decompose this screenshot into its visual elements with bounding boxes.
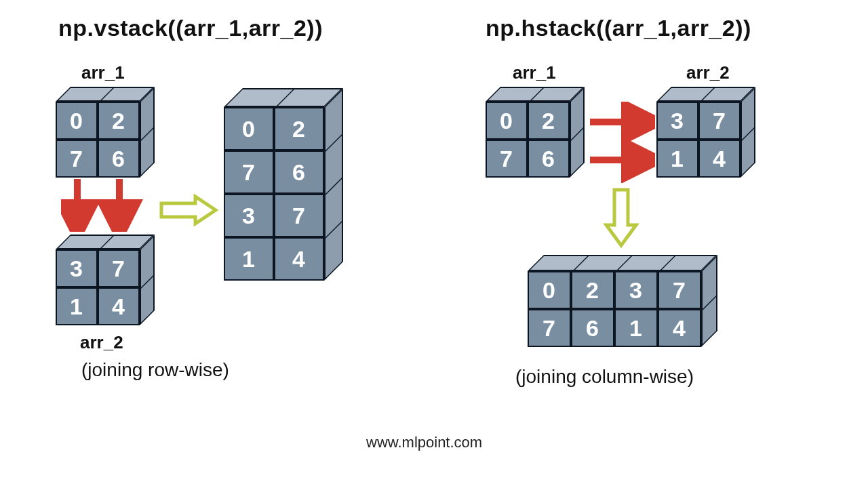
vstack-arr2-block: 3 7 1 4 bbox=[56, 235, 140, 310]
cube-top-face bbox=[528, 255, 717, 271]
yellow-arrow-down bbox=[601, 187, 642, 249]
cell: 3 bbox=[656, 102, 698, 140]
cell: 6 bbox=[98, 140, 140, 178]
cube-front-face: 0 2 7 6 3 7 1 4 bbox=[224, 107, 324, 281]
cube-front-face: 3 7 1 4 bbox=[656, 102, 741, 178]
cell: 4 bbox=[698, 140, 741, 178]
cell: 1 bbox=[224, 237, 274, 281]
cell: 6 bbox=[528, 140, 570, 178]
cube-side-face bbox=[741, 87, 755, 178]
cell: 3 bbox=[614, 271, 658, 309]
cell: 0 bbox=[528, 271, 571, 309]
cube-top-face bbox=[56, 235, 155, 249]
vstack-arr2-label: arr_2 bbox=[80, 332, 123, 353]
cell: 7 bbox=[98, 249, 140, 287]
cell: 1 bbox=[656, 140, 698, 178]
cell: 7 bbox=[56, 140, 98, 178]
cube-top-face bbox=[486, 87, 585, 102]
cell: 6 bbox=[571, 309, 614, 347]
cell: 3 bbox=[56, 249, 98, 287]
cube-side-face bbox=[701, 255, 717, 347]
cube-top-face bbox=[656, 87, 755, 102]
cell: 7 bbox=[658, 271, 701, 309]
cell: 7 bbox=[528, 309, 571, 347]
hstack-arr1-label: arr_1 bbox=[513, 62, 556, 83]
cell: 0 bbox=[224, 107, 274, 150]
hstack-result-block: 0 2 3 7 7 6 1 4 bbox=[528, 255, 701, 331]
cube-front-face: 3 7 1 4 bbox=[56, 249, 140, 325]
cube-side-face bbox=[140, 235, 155, 325]
cube-side-face bbox=[324, 88, 343, 281]
yellow-arrow-right bbox=[159, 194, 220, 226]
cell: 3 bbox=[224, 194, 274, 237]
cube-side-face bbox=[570, 87, 585, 178]
vstack-arr1-block: 0 2 7 6 bbox=[56, 87, 140, 163]
cell: 4 bbox=[658, 309, 701, 347]
cell: 0 bbox=[486, 102, 528, 140]
cube-front-face: 0 2 7 6 bbox=[56, 102, 140, 178]
vstack-arr1-label: arr_1 bbox=[81, 62, 125, 83]
cell: 7 bbox=[698, 102, 741, 140]
cell: 6 bbox=[274, 150, 324, 194]
red-arrows-down bbox=[61, 178, 156, 232]
cell: 2 bbox=[274, 107, 324, 150]
cell: 2 bbox=[528, 102, 570, 140]
cell: 7 bbox=[274, 194, 324, 237]
cube-front-face: 0 2 3 7 7 6 1 4 bbox=[528, 271, 701, 347]
cell: 2 bbox=[571, 271, 614, 309]
cell: 4 bbox=[98, 287, 140, 325]
cube-side-face bbox=[140, 87, 155, 178]
hstack-arr2-label: arr_2 bbox=[686, 62, 730, 83]
svg-marker-7 bbox=[606, 190, 636, 245]
vstack-result-block: 0 2 7 6 3 7 1 4 bbox=[224, 88, 324, 262]
footer-url: www.mlpoint.com bbox=[366, 434, 482, 451]
cell: 2 bbox=[98, 102, 140, 140]
cube-front-face: 0 2 7 6 bbox=[486, 102, 570, 178]
vstack-title: np.vstack((arr_1,arr_2)) bbox=[58, 15, 323, 41]
vstack-caption: (joining row-wise) bbox=[81, 359, 229, 381]
hstack-title: np.hstack((arr_1,arr_2)) bbox=[486, 15, 751, 41]
red-arrows-right bbox=[587, 102, 655, 183]
cell: 1 bbox=[614, 309, 658, 347]
cell: 7 bbox=[224, 150, 274, 194]
cell: 7 bbox=[486, 140, 528, 178]
cube-top-face bbox=[224, 88, 343, 107]
cell: 1 bbox=[56, 287, 98, 325]
cube-top-face bbox=[56, 87, 155, 102]
hstack-arr1-block: 0 2 7 6 bbox=[486, 87, 570, 163]
svg-marker-3 bbox=[161, 197, 216, 224]
hstack-caption: (joining column-wise) bbox=[515, 366, 694, 388]
cell: 0 bbox=[56, 102, 98, 140]
cell: 4 bbox=[274, 237, 324, 281]
hstack-arr2-block: 3 7 1 4 bbox=[656, 87, 741, 163]
